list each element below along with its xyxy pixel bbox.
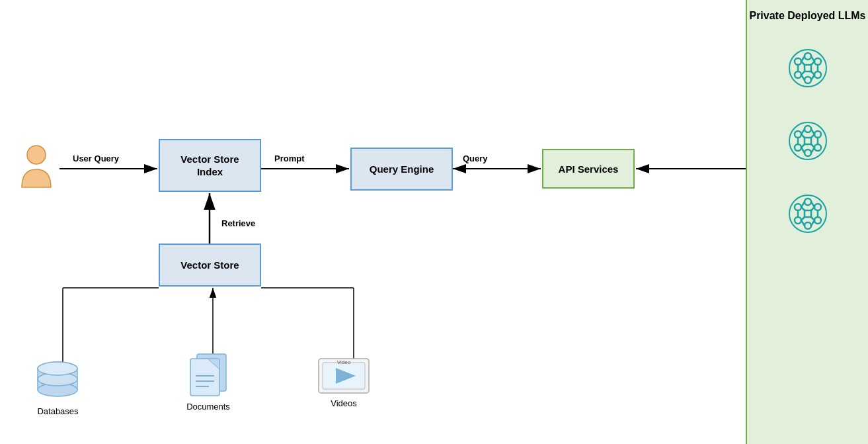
query-engine-box: Query Engine (350, 148, 453, 191)
llm-icons-container (781, 42, 834, 240)
svg-point-37 (805, 126, 811, 132)
svg-point-20 (795, 71, 801, 78)
svg-point-61 (805, 222, 811, 229)
svg-point-56 (789, 195, 826, 232)
llm-brain-icon-3 (781, 187, 834, 240)
svg-line-66 (811, 220, 814, 226)
svg-point-62 (795, 217, 801, 224)
videos-label: Videos (331, 398, 357, 408)
svg-line-67 (801, 220, 805, 226)
svg-point-36 (795, 131, 801, 138)
documents-datasource: Documents (185, 351, 231, 412)
svg-point-16 (805, 53, 811, 60)
label-prompt: Prompt (274, 154, 305, 163)
llm-panel: Private Deployed LLMs (746, 0, 868, 444)
databases-icon (33, 361, 83, 404)
svg-point-39 (814, 144, 821, 151)
svg-point-14 (789, 50, 826, 87)
llm-brain-icon-1 (781, 42, 834, 95)
svg-line-21 (801, 56, 805, 62)
svg-point-38 (814, 131, 821, 138)
svg-point-35 (789, 122, 826, 159)
svg-text:Video: Video (337, 359, 351, 365)
svg-line-63 (801, 202, 805, 207)
svg-point-13 (27, 146, 46, 164)
svg-point-18 (814, 71, 821, 78)
svg-point-41 (795, 144, 801, 151)
svg-line-42 (801, 129, 805, 134)
svg-line-46 (801, 148, 805, 153)
api-label: API Services (559, 163, 619, 175)
label-retrieve: Retrieve (221, 218, 255, 228)
svg-line-24 (811, 75, 814, 80)
svg-line-22 (811, 56, 814, 62)
api-services-box: API Services (542, 149, 635, 189)
qe-label: Query Engine (370, 163, 434, 175)
label-user-query: User Query (73, 154, 119, 163)
svg-point-59 (814, 204, 821, 210)
videos-icon: Video (317, 357, 370, 397)
svg-point-81 (38, 362, 77, 375)
svg-line-45 (811, 148, 814, 153)
vs-label: Vector Store (180, 259, 239, 271)
svg-point-19 (805, 77, 811, 83)
vector-store-index-box: Vector StoreIndex (159, 139, 261, 192)
svg-line-25 (801, 75, 805, 80)
svg-line-43 (811, 129, 814, 134)
llm-title: Private Deployed LLMs (749, 10, 865, 22)
arrows-svg (0, 0, 868, 444)
svg-point-58 (805, 199, 811, 205)
svg-point-57 (795, 204, 801, 210)
user-icon (19, 144, 55, 193)
label-query: Query (463, 154, 488, 163)
svg-point-15 (795, 58, 801, 65)
documents-label: Documents (186, 402, 230, 412)
llm-brain-icon-2 (781, 114, 834, 167)
svg-point-17 (814, 58, 821, 65)
databases-label: Databases (37, 406, 78, 416)
videos-datasource: Video Videos (317, 357, 370, 408)
svg-point-40 (805, 150, 811, 156)
diagram-container: Vector StoreIndex Query Engine API Servi… (0, 0, 868, 444)
documents-icon (185, 351, 231, 400)
svg-line-64 (811, 202, 814, 207)
databases-datasource: Databases (33, 361, 83, 416)
vector-store-box: Vector Store (159, 244, 261, 287)
svg-point-60 (814, 217, 821, 224)
